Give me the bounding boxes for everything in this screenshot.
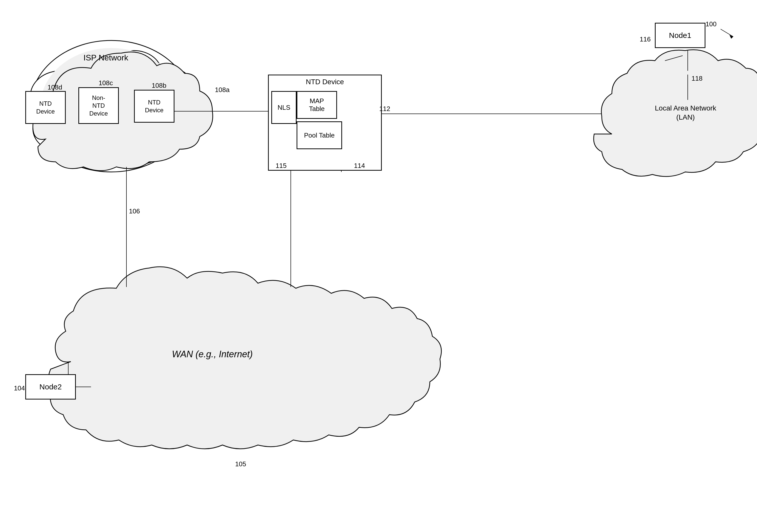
wan-label: WAN (e.g., Internet) [172, 349, 253, 360]
ntd-device-108d: NTDDevice [25, 91, 66, 124]
diagram-container: 100 ISP Network NTDDevice 108d Non-NTDDe… [0, 0, 757, 532]
node1-box: Node1 [655, 23, 706, 48]
map-table-box: MAPTable [297, 91, 337, 119]
ref-108b: 108b [152, 82, 167, 89]
ref-104: 104 [14, 384, 25, 392]
node2-box: Node2 [25, 374, 76, 399]
non-ntd-device-108c: Non-NTDDevice [78, 87, 119, 124]
svg-line-0 [721, 29, 733, 37]
ref-108c: 108c [99, 79, 113, 87]
ref-106: 106 [129, 207, 140, 215]
lan-label: Local Area Network(LAN) [655, 104, 716, 122]
isp-network-label: ISP Network [83, 53, 128, 62]
ref-115: 115 [276, 162, 287, 170]
ref-118: 118 [691, 75, 702, 82]
ref-112: 112 [379, 105, 390, 113]
ref-116: 116 [640, 35, 651, 43]
ref-108a: 108a [215, 86, 229, 94]
ref-108d: 108d [47, 83, 62, 91]
ref-114: 114 [354, 162, 365, 170]
ref-105: 105 [235, 460, 246, 468]
ntd-device-108b: NTDDevice [134, 90, 174, 123]
ntd-device-main: NTD Device NLS MAPTable Pool Table [268, 75, 382, 171]
nls-box: NLS [271, 91, 297, 124]
ref-100: 100 [706, 20, 716, 28]
pool-table-box: Pool Table [297, 121, 342, 149]
